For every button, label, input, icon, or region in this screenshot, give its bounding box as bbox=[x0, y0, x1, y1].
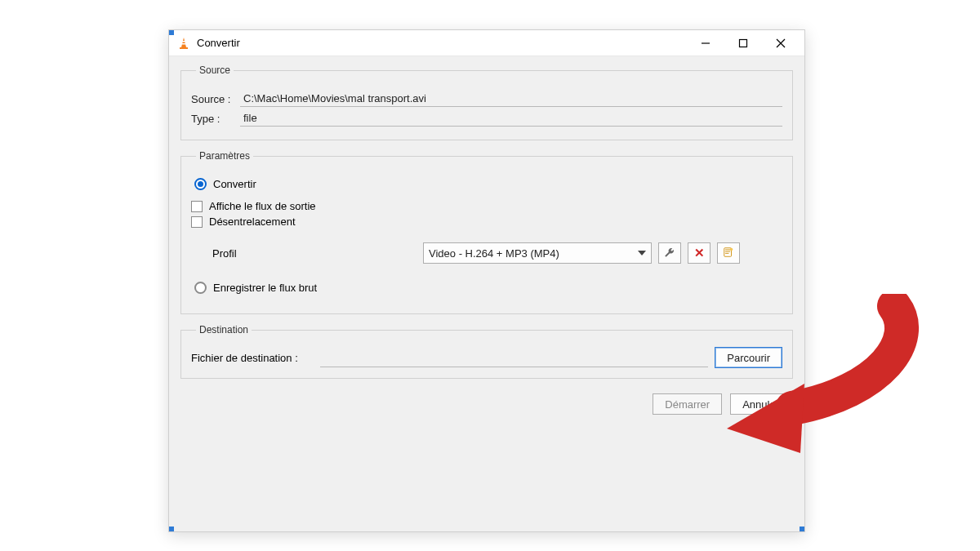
vlc-cone-icon bbox=[177, 37, 190, 50]
type-row: Type : file bbox=[191, 110, 782, 127]
profile-select[interactable]: Video - H.264 + MP3 (MP4) bbox=[423, 242, 652, 264]
minimize-icon bbox=[701, 38, 710, 48]
checkbox-icon bbox=[191, 216, 203, 228]
maximize-icon bbox=[738, 38, 748, 48]
close-button[interactable] bbox=[762, 31, 800, 56]
source-row: Source : bbox=[191, 91, 782, 107]
browse-button[interactable]: Parcourir bbox=[715, 347, 782, 368]
show-output-checkbox-row[interactable]: Affiche le flux de sortie bbox=[191, 200, 782, 212]
type-value: file bbox=[240, 110, 782, 127]
source-group: Source Source : Type : file bbox=[180, 64, 793, 140]
convert-dialog: Convertir Source Source : Type : file Pa… bbox=[168, 29, 805, 532]
checkbox-icon bbox=[191, 201, 203, 212]
edit-profile-button[interactable] bbox=[658, 242, 681, 264]
svg-rect-2 bbox=[181, 43, 185, 45]
svg-rect-5 bbox=[740, 39, 747, 47]
profile-row: Profil Video - H.264 + MP3 (MP4) ✕ bbox=[212, 242, 782, 264]
destination-legend: Destination bbox=[196, 324, 252, 335]
titlebar: Convertir bbox=[169, 30, 804, 56]
convert-radio-row[interactable]: Convertir bbox=[194, 178, 782, 190]
source-input[interactable] bbox=[240, 91, 782, 107]
svg-rect-3 bbox=[180, 47, 188, 49]
show-output-label: Affiche le flux de sortie bbox=[209, 200, 316, 212]
svg-rect-11 bbox=[725, 252, 728, 253]
window-title: Convertir bbox=[197, 37, 240, 49]
deinterlace-checkbox-row[interactable]: Désentrelacement bbox=[191, 216, 782, 228]
chevron-down-icon bbox=[638, 251, 646, 256]
svg-marker-0 bbox=[181, 38, 186, 47]
raw-radio-label: Enregistrer le flux brut bbox=[213, 282, 317, 294]
corner-accent bbox=[169, 30, 174, 35]
destination-row: Fichier de destination : Parcourir bbox=[191, 347, 782, 368]
svg-rect-10 bbox=[725, 251, 730, 251]
source-label: Source : bbox=[191, 93, 240, 105]
corner-accent bbox=[169, 527, 174, 531]
wrench-icon bbox=[664, 247, 675, 260]
destination-file-label: Fichier de destination : bbox=[191, 352, 314, 364]
new-profile-button[interactable] bbox=[717, 242, 740, 264]
cancel-button[interactable]: Annuler bbox=[730, 393, 791, 415]
svg-point-12 bbox=[730, 247, 733, 251]
source-legend: Source bbox=[196, 64, 234, 76]
svg-rect-9 bbox=[725, 249, 730, 250]
type-label: Type : bbox=[191, 113, 240, 125]
convert-radio-label: Convertir bbox=[213, 178, 256, 190]
profile-select-value: Video - H.264 + MP3 (MP4) bbox=[429, 247, 559, 260]
minimize-button[interactable] bbox=[687, 31, 724, 56]
radio-convert-icon bbox=[194, 178, 207, 190]
raw-radio-row[interactable]: Enregistrer le flux brut bbox=[194, 282, 782, 294]
dialog-content: Source Source : Type : file Paramètres C… bbox=[169, 56, 804, 426]
delete-profile-button[interactable]: ✕ bbox=[688, 242, 710, 264]
svg-rect-1 bbox=[182, 41, 185, 42]
x-icon: ✕ bbox=[694, 246, 705, 260]
new-profile-icon bbox=[723, 247, 734, 260]
parameters-group: Paramètres Convertir Affiche le flux de … bbox=[180, 150, 793, 314]
corner-accent bbox=[800, 527, 804, 531]
maximize-button[interactable] bbox=[724, 31, 762, 56]
destination-file-input[interactable] bbox=[320, 348, 708, 367]
profile-label: Profil bbox=[212, 247, 416, 260]
start-button[interactable]: Démarrer bbox=[653, 393, 722, 415]
destination-group: Destination Fichier de destination : Par… bbox=[180, 324, 793, 379]
parameters-legend: Paramètres bbox=[196, 150, 253, 162]
deinterlace-label: Désentrelacement bbox=[209, 216, 296, 228]
dialog-footer: Démarrer Annuler bbox=[180, 389, 793, 415]
close-icon bbox=[776, 38, 786, 48]
radio-raw-icon bbox=[194, 282, 207, 294]
